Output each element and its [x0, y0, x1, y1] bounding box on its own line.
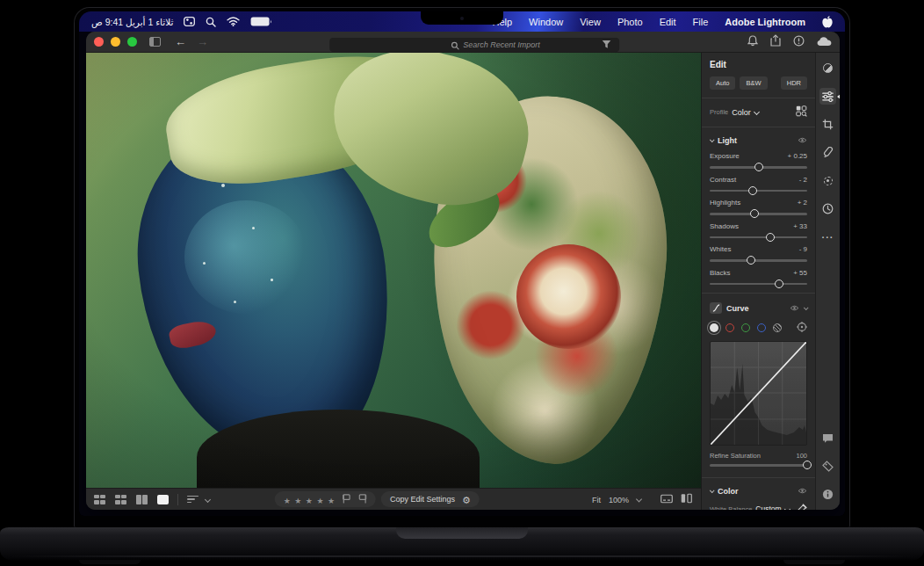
filter-icon[interactable]	[602, 37, 611, 53]
menu-view[interactable]: View	[580, 17, 601, 27]
white-balance-value[interactable]: Custom	[755, 504, 781, 510]
laptop-screen: ثلاثاء 1 أبريل 9:41 ص Help Window View	[74, 7, 850, 527]
bw-button[interactable]: B&W	[740, 76, 767, 90]
masking-icon[interactable]	[819, 172, 836, 189]
slider-whites: Whites- 9	[710, 245, 807, 262]
channel-red-icon[interactable]	[725, 323, 734, 332]
more-icon[interactable]	[819, 229, 836, 245]
reject-flag-icon[interactable]	[358, 491, 367, 507]
apple-logo-icon[interactable]	[822, 16, 833, 28]
zoom-window-button[interactable]	[127, 37, 137, 47]
slider-knob[interactable]	[766, 233, 775, 242]
color-section-header[interactable]: Color	[710, 487, 807, 496]
window-titlebar: ← →	[86, 32, 840, 53]
auto-button[interactable]: Auto	[710, 76, 735, 90]
curve-channels	[710, 322, 807, 334]
slider-knob[interactable]	[747, 256, 755, 265]
color-eye-icon[interactable]	[798, 487, 807, 496]
slider-label: Shadows	[710, 222, 739, 230]
channel-blue-icon[interactable]	[757, 323, 766, 332]
curve-eye-icon[interactable]	[790, 304, 799, 313]
pick-flag-icon[interactable]	[343, 491, 351, 507]
menu-window[interactable]: Window	[529, 17, 563, 27]
wifi-icon[interactable]	[227, 17, 240, 26]
eyedropper-icon[interactable]	[798, 504, 807, 511]
slider-knob[interactable]	[750, 209, 759, 218]
slider-track[interactable]	[710, 236, 807, 239]
minimize-window-button[interactable]	[111, 37, 120, 47]
slider-track[interactable]	[710, 259, 807, 262]
slider-label: Exposure	[710, 152, 740, 160]
profile-value[interactable]: Color	[732, 108, 751, 117]
spotlight-search-icon[interactable]	[206, 17, 216, 27]
laptop-foot	[79, 560, 141, 564]
info-icon[interactable]	[819, 486, 836, 503]
tone-curve-icon[interactable]	[710, 302, 722, 314]
refine-saturation-track[interactable]	[710, 464, 807, 467]
sort-chevron-icon[interactable]	[205, 496, 211, 502]
slider-track[interactable]	[710, 283, 807, 286]
metadata-overlay-icon[interactable]	[661, 494, 673, 504]
square-grid-view-icon[interactable]	[115, 495, 126, 504]
collapse-chevron-icon	[710, 488, 715, 493]
comments-icon[interactable]	[819, 430, 836, 446]
close-window-button[interactable]	[94, 37, 104, 47]
channel-parametric-icon[interactable]	[773, 323, 782, 332]
edit-sliders-icon[interactable]	[819, 88, 836, 105]
slider-knob[interactable]	[754, 163, 763, 171]
profile-browse-icon[interactable]	[796, 105, 807, 119]
white-balance-chevron-icon[interactable]	[784, 505, 790, 510]
curve-chevron-icon[interactable]	[804, 305, 809, 310]
photo-preview[interactable]	[86, 53, 701, 488]
menu-file[interactable]: File	[693, 17, 709, 27]
healing-brush-icon[interactable]	[819, 144, 836, 161]
rating-cluster: Copy Edit Settings	[275, 491, 480, 507]
control-center-icon[interactable]	[184, 17, 195, 26]
share-icon[interactable]	[770, 34, 781, 50]
slider-track[interactable]	[710, 213, 807, 215]
fit-label[interactable]: Fit	[592, 495, 601, 504]
targeted-adjustment-icon[interactable]	[797, 322, 807, 334]
menu-photo[interactable]: Photo	[617, 17, 643, 27]
curve-section-header[interactable]: Curve	[710, 302, 807, 314]
crop-icon[interactable]	[819, 116, 836, 133]
sort-icon[interactable]	[187, 496, 199, 504]
menu-edit[interactable]: Edit	[660, 17, 676, 27]
detail-view-icon[interactable]	[157, 495, 169, 504]
hdr-button[interactable]: HDR	[781, 76, 807, 90]
slider-knob[interactable]	[748, 186, 757, 195]
sync-status-icon[interactable]	[793, 34, 805, 50]
channel-luminance-icon[interactable]	[710, 323, 718, 332]
sidebar-toggle-icon[interactable]	[149, 37, 161, 47]
slider-track[interactable]	[710, 166, 807, 169]
copy-edit-settings-button[interactable]: Copy Edit Settings	[390, 495, 455, 504]
back-arrow-icon[interactable]: ←	[175, 36, 186, 47]
zoom-level[interactable]: 100%	[609, 495, 629, 504]
compare-view-icon[interactable]	[136, 495, 148, 504]
before-after-icon[interactable]	[681, 494, 692, 505]
photo-grid-view-icon[interactable]	[94, 495, 105, 504]
cloud-icon[interactable]	[817, 34, 832, 50]
gear-icon[interactable]	[462, 491, 471, 507]
slider-knob[interactable]	[803, 461, 812, 469]
tone-curve-histogram[interactable]	[710, 341, 807, 446]
search-input[interactable]	[329, 38, 619, 52]
channel-green-icon[interactable]	[741, 323, 750, 332]
star-rating[interactable]	[284, 491, 336, 507]
versions-icon[interactable]	[819, 200, 836, 217]
search-container	[329, 35, 619, 49]
menu-app-name[interactable]: Adobe Lightroom	[725, 17, 805, 27]
slider-value: - 9	[799, 245, 807, 253]
profile-chevron-icon[interactable]	[754, 109, 760, 115]
notifications-bell-icon[interactable]	[747, 34, 758, 50]
light-eye-icon[interactable]	[798, 136, 807, 145]
zoom-chevron-icon[interactable]	[636, 496, 642, 502]
profile-label: Profile	[710, 108, 728, 116]
light-section-header[interactable]: Light	[710, 136, 807, 145]
battery-icon[interactable]	[250, 17, 272, 26]
slider-knob[interactable]	[775, 279, 783, 288]
keywords-tag-icon[interactable]	[819, 458, 836, 475]
slider-track[interactable]	[710, 190, 807, 192]
slider-exposure: Exposure+ 0.25	[710, 152, 807, 169]
adjust-icon[interactable]	[819, 60, 836, 76]
